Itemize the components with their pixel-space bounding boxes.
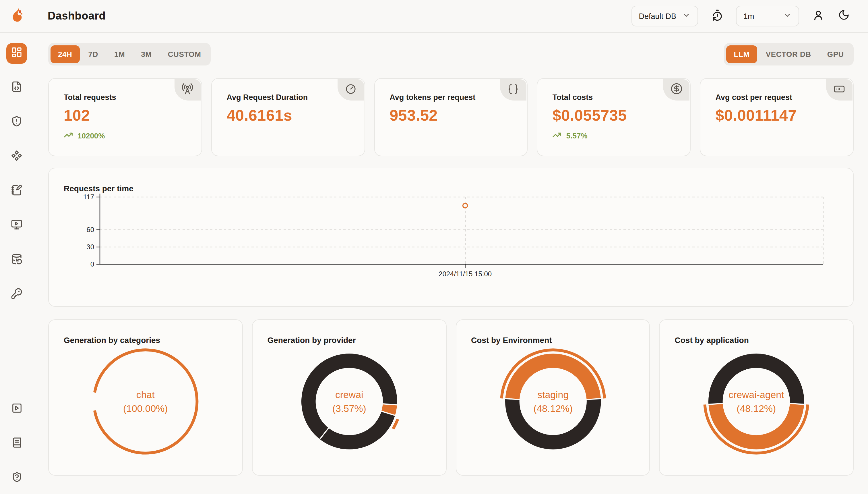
sidebar-item-dashboard[interactable] [6, 43, 27, 64]
database-select-value: Default DB [639, 12, 676, 20]
donut-center-label: chat [136, 389, 155, 400]
donut-center-pct: (100.00%) [123, 403, 168, 414]
donut-center-pct: (48.12%) [737, 403, 776, 414]
sidebar-footer-item-play-square[interactable] [6, 399, 27, 419]
sidebar [0, 33, 33, 494]
donut-center-pct: (3.57%) [332, 403, 366, 414]
stat-card-avg-cost-per-request: Avg cost per request $0.0011147 [700, 78, 854, 156]
timer-reset-icon [711, 9, 723, 23]
sidebar-item-diamonds[interactable] [6, 147, 27, 167]
stat-delta-value: 5.57% [566, 132, 588, 140]
circle-dollar-icon [670, 83, 682, 97]
stat-card-avg-tokens-per-request: Avg tokens per request 953.52 [374, 78, 528, 156]
shield-question-icon [11, 471, 22, 484]
donut-center-label: crewai [335, 389, 363, 400]
file-code-icon [11, 81, 22, 95]
requests-line-chart: 030601172024/11/15 15:00 [49, 168, 854, 307]
dashboard-app: Dashboard Default DB 1m [0, 0, 868, 494]
sidebar-item-database-backup[interactable] [6, 250, 27, 270]
svg-text:2024/11/15 15:00: 2024/11/15 15:00 [439, 270, 492, 278]
svg-text:60: 60 [86, 226, 94, 233]
filters-row: 24H7D1M3MCUSTOM LLMVECTOR DBGPU [48, 43, 854, 65]
tab-7d[interactable]: 7D [81, 45, 106, 63]
svg-text:30: 30 [86, 243, 94, 251]
stat-value: $0.055735 [553, 107, 690, 125]
banknote-icon [833, 83, 845, 97]
donut-center-label: staging [537, 389, 568, 400]
user-icon [812, 9, 824, 23]
stat-delta-value: 10200% [78, 132, 105, 140]
sidebar-item-monitor-play[interactable] [6, 215, 27, 236]
page-title: Dashboard [48, 10, 106, 22]
donut-chart: staging(48.12%) [456, 320, 650, 475]
moon-icon [838, 9, 850, 23]
svg-text:117: 117 [83, 193, 94, 201]
sidebar-footer-item-book-text[interactable] [6, 433, 27, 454]
sidebar-footer-item-shield-question[interactable] [6, 468, 27, 488]
braces-icon [508, 83, 519, 97]
donut-center-label: crewai-agent [729, 389, 785, 400]
tab-llm[interactable]: LLM [727, 45, 757, 63]
notebook-pen-icon [11, 184, 22, 198]
dashboard-icon [11, 46, 22, 60]
tab-1m[interactable]: 1M [107, 45, 132, 63]
sidebar-nav [0, 43, 33, 305]
header-controls: Default DB 1m [631, 6, 851, 26]
interval-select[interactable]: 1m [736, 6, 799, 26]
stats-row: Total requests 102 10200% Avg Request Du… [48, 78, 854, 156]
chevron-down-icon [783, 11, 792, 21]
time-range-tabs: 24H7D1M3MCUSTOM [48, 43, 211, 65]
radio-tower-icon [182, 83, 194, 97]
stat-delta: 5.57% [553, 130, 690, 141]
stat-delta: 10200% [64, 130, 201, 141]
scope-tabs: LLMVECTOR DBGPU [724, 43, 854, 65]
timer-icon [345, 83, 356, 97]
theme-toggle-button[interactable] [837, 9, 851, 23]
database-backup-icon [11, 253, 22, 267]
stat-card-total-requests: Total requests 102 10200% [48, 78, 202, 156]
tab-24h[interactable]: 24H [51, 45, 80, 63]
top-bar: Dashboard Default DB 1m [0, 0, 868, 33]
donut-cards-row: Generation by categories chat(100.00%) G… [48, 319, 854, 476]
sidebar-divider [33, 0, 33, 33]
donut-card-generation-by-provider: Generation by provider crewai(3.57%) [252, 319, 447, 476]
sidebar-item-key[interactable] [6, 284, 27, 305]
donut-card-generation-by-categories: Generation by categories chat(100.00%) [48, 319, 243, 476]
trending-up-icon [64, 130, 73, 141]
stat-value: 102 [64, 107, 201, 125]
diamonds-icon [11, 150, 22, 164]
stat-card-avg-request-duration: Avg Request Duration 40.6161s [211, 78, 365, 156]
stat-value: $0.0011147 [715, 107, 853, 125]
stat-card-total-costs: Total costs $0.055735 5.57% [537, 78, 691, 156]
trending-up-icon [553, 130, 562, 141]
donut-card-cost-by-application: Cost by application crewai-agent(48.12%) [659, 319, 854, 476]
stat-value: 40.6161s [227, 107, 364, 125]
interval-select-value: 1m [744, 12, 754, 20]
donut-card-cost-by-environment: Cost by Environment staging(48.12%) [455, 319, 650, 476]
donut-chart: crewai(3.57%) [253, 320, 446, 475]
chevron-down-icon [682, 11, 691, 21]
donut-center-pct: (48.12%) [533, 403, 572, 414]
svg-text:0: 0 [91, 260, 94, 268]
user-menu-button[interactable] [811, 9, 825, 23]
app-logo[interactable] [0, 6, 33, 26]
requests-chart-card: Requests per time 030601172024/11/15 15:… [48, 168, 854, 307]
refresh-interval-button[interactable] [710, 9, 724, 23]
book-text-icon [11, 437, 22, 450]
sidebar-footer-nav [0, 399, 33, 488]
sidebar-item-shield-alert[interactable] [6, 112, 27, 133]
sidebar-item-notebook-pen[interactable] [6, 181, 27, 202]
sidebar-item-file-code[interactable] [6, 78, 27, 98]
flame-logo-icon [9, 6, 24, 26]
monitor-play-icon [11, 219, 22, 233]
database-select[interactable]: Default DB [631, 6, 698, 26]
donut-chart: chat(100.00%) [49, 320, 242, 475]
tab-vector-db[interactable]: VECTOR DB [758, 45, 818, 63]
tab-gpu[interactable]: GPU [820, 45, 851, 63]
tab-custom[interactable]: CUSTOM [160, 45, 209, 63]
donut-chart: crewai-agent(48.12%) [660, 320, 853, 475]
play-square-icon [11, 402, 22, 416]
tab-3m[interactable]: 3M [134, 45, 159, 63]
main-content: 24H7D1M3MCUSTOM LLMVECTOR DBGPU Total re… [33, 33, 868, 494]
shield-alert-icon [11, 115, 22, 129]
